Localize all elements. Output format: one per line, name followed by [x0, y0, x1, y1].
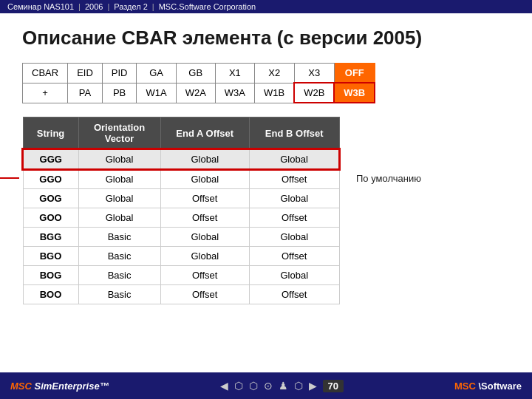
cell-goo-0: GOO	[23, 208, 78, 228]
nav-prev-icon[interactable]: ◀	[220, 380, 228, 392]
field-x2: X2	[254, 64, 294, 83]
default-arrow-container	[0, 174, 19, 183]
cell-bog-3: Global	[249, 266, 339, 285]
cell-bgg-0: BGG	[23, 228, 78, 247]
detail-row-bgg: BGGBasicGlobalGlobal	[23, 228, 339, 247]
section-label: Раздел 2	[114, 2, 148, 11]
msc-logo: MSC \Software	[454, 379, 522, 392]
cell-gog-1: Global	[78, 189, 160, 208]
col-orientation: OrientationVector	[78, 117, 160, 150]
nav-icon-5: ⬡	[294, 380, 303, 392]
detail-row-gog: GOGGlobalOffsetGlobal	[23, 189, 339, 208]
cell-bog-1: Basic	[78, 266, 160, 285]
field-x1: X1	[215, 64, 254, 83]
cell-boo-2: Offset	[160, 285, 249, 304]
field-w3b: W3B	[334, 83, 375, 103]
field-w2b: W2B	[294, 83, 334, 103]
field-x3: X3	[294, 64, 334, 83]
field-ga: GA	[137, 64, 176, 83]
cell-boo-0: BOO	[23, 285, 78, 304]
cell-goo-3: Offset	[249, 208, 339, 228]
cell-bgo-1: Basic	[78, 247, 160, 266]
nav-icon-1: ⬡	[234, 380, 243, 392]
main-content: Описание CBAR элемента (с версии 2005) C…	[0, 13, 532, 312]
col-end-b: End B Offset	[249, 117, 339, 150]
cell-bgg-1: Basic	[78, 228, 160, 247]
page-title: Описание CBAR элемента (с версии 2005)	[22, 27, 510, 50]
default-label-section: По умолчанию	[350, 171, 421, 185]
cell-bgo-2: Global	[160, 247, 249, 266]
nav-icon-4: ♟	[279, 380, 288, 392]
cell-bog-2: Offset	[160, 266, 249, 285]
detail-section: String OrientationVector End A Offset En…	[22, 117, 510, 304]
cell-gog-2: Offset	[160, 189, 249, 208]
detail-row-goo: GOOGlobalOffsetOffset	[23, 208, 339, 228]
sim-enterprise-logo: MSC SimEnterprise™	[10, 381, 109, 392]
bottom-nav: ◀ ⬡ ⬡ ⊙ ♟ ⬡ ▶ 70	[220, 380, 344, 392]
cell-ggg-0: GGG	[23, 149, 78, 169]
nav-next-icon[interactable]: ▶	[309, 380, 317, 392]
cell-gog-0: GOG	[23, 189, 78, 208]
cell-goo-2: Offset	[160, 208, 249, 228]
cell-bgg-3: Global	[249, 228, 339, 247]
field-w3a: W3A	[215, 83, 254, 103]
field-off: OFF	[334, 64, 375, 83]
cell-ggo-3: Offset	[249, 169, 339, 189]
field-pb: PB	[102, 83, 137, 103]
field-eid: EID	[68, 64, 103, 83]
sep2: |	[107, 2, 109, 11]
cell-ggg-1: Global	[78, 149, 160, 169]
seminar-label: Семинар NAS101	[7, 2, 74, 11]
cell-ggo-1: Global	[78, 169, 160, 189]
detail-header-row: String OrientationVector End A Offset En…	[23, 117, 339, 150]
field-pa: PA	[68, 83, 103, 103]
detail-row-ggg: GGGGlobalGlobalGlobal	[23, 149, 339, 169]
cell-ggg-2: Global	[160, 149, 249, 169]
sep3: |	[152, 2, 154, 11]
cell-gog-3: Global	[249, 189, 339, 208]
cbar-row-2: + PA PB W1A W2A W3A W1B W2B W3B	[23, 83, 375, 103]
field-gb: GB	[176, 64, 215, 83]
cell-goo-1: Global	[78, 208, 160, 228]
detail-row-boo: BOOBasicOffsetOffset	[23, 285, 339, 304]
cell-bgo-3: Offset	[249, 247, 339, 266]
sep1: |	[78, 2, 81, 11]
col-end-a: End A Offset	[160, 117, 249, 150]
bottom-bar: MSC SimEnterprise™ ◀ ⬡ ⬡ ⊙ ♟ ⬡ ▶ 70 MSC …	[0, 372, 532, 399]
cbar-row-1: CBAR EID PID GA GB X1 X2 X3 OFF	[23, 64, 375, 83]
cbar-field-table: CBAR EID PID GA GB X1 X2 X3 OFF + PA PB …	[22, 63, 375, 103]
top-bar: Семинар NAS101 | 2006 | Раздел 2 | MSC.S…	[0, 0, 532, 13]
field-plus: +	[23, 83, 68, 103]
arrow-line	[0, 177, 19, 179]
cell-bgo-0: BGO	[23, 247, 78, 266]
bottom-left: MSC SimEnterprise™	[10, 381, 109, 392]
nav-icon-2: ⬡	[249, 380, 258, 392]
default-label: По умолчанию	[356, 173, 421, 184]
cell-ggo-0: GGO	[23, 169, 78, 189]
detail-table-wrap: String OrientationVector End A Offset En…	[22, 117, 340, 304]
col-string: String	[23, 117, 78, 150]
year-label: 2006	[85, 2, 103, 11]
field-w2a: W2A	[176, 83, 215, 103]
field-cbar: CBAR	[23, 64, 68, 83]
field-pid: PID	[102, 64, 137, 83]
detail-row-bgo: BGOBasicGlobalOffset	[23, 247, 339, 266]
cell-boo-1: Basic	[78, 285, 160, 304]
cell-bgg-2: Global	[160, 228, 249, 247]
detail-table: String OrientationVector End A Offset En…	[22, 117, 340, 304]
company-label: MSC.Software Corporation	[159, 2, 256, 11]
detail-row-bog: BOGBasicOffsetGlobal	[23, 266, 339, 285]
detail-row-ggo: GGOGlobalGlobalOffset	[23, 169, 339, 189]
cell-ggo-2: Global	[160, 169, 249, 189]
cell-ggg-3: Global	[249, 149, 339, 169]
field-w1b: W1B	[254, 83, 294, 103]
nav-icon-3: ⊙	[264, 380, 273, 392]
cell-bog-0: BOG	[23, 266, 78, 285]
field-w1a: W1A	[137, 83, 176, 103]
page-number: 70	[323, 380, 344, 392]
cell-boo-3: Offset	[249, 285, 339, 304]
